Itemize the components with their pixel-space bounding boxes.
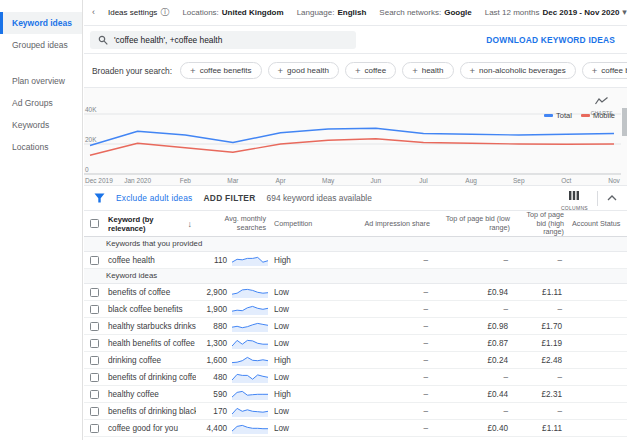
period-label: Last 12 months [485,8,540,17]
searches-value: 2,900 [207,288,228,297]
table-row-coffee-health[interactable]: coffee health110High––– [84,252,627,269]
exclude-adult-ideas-link[interactable]: Exclude adult ideas [116,193,192,203]
cell-competition: High [270,390,328,399]
search-query-text: 'coffee health', +coffee health [114,35,222,45]
row-checkbox[interactable] [90,356,99,365]
cell-ad-impression-share: – [328,322,434,331]
networks-setting[interactable]: Search networks: Google [379,8,471,17]
cell-keyword: health benefits of coffee [104,339,196,348]
sidebar-item-locations[interactable]: Locations [0,136,82,158]
row-checkbox[interactable] [90,373,99,382]
download-keyword-ideas-link[interactable]: DOWNLOAD KEYWORD IDEAS [486,35,615,45]
table-row-healthy-coffee[interactable]: healthy coffee590High–£0.44£2.31 [84,386,627,403]
select-all-checkbox[interactable] [90,219,99,228]
legend-item-total[interactable]: Total [544,111,572,120]
header-bid-high[interactable]: Top of page bid (high range) [514,211,568,237]
table-row-health-benefits-of-coffee[interactable]: health benefits of coffee1,300Low–£0.87£… [84,335,627,352]
sidebar-item-keywords[interactable]: Keywords [0,114,82,136]
sidebar-item-plan-overview[interactable]: Plan overview [0,70,82,92]
row-checkbox[interactable] [90,322,99,331]
ideas-settings[interactable]: Ideas settings ⓘ [108,8,169,17]
collapse-panel-icon[interactable]: ‹ [92,8,95,17]
broaden-chip-coffee[interactable]: +coffee [345,62,396,80]
cell-bid-low: £0.44 [434,390,514,399]
cell-bid-high: – [514,373,568,382]
cell-bid-low: – [434,373,514,382]
sparkline-chart [232,422,268,434]
broaden-chip-good-health[interactable]: +good health [268,62,339,80]
cell-bid-low: £0.94 [434,288,514,297]
cell-ad-impression-share: – [328,356,434,365]
x-axis-tick-label: Dec 2019 [85,177,113,184]
networks-label: Search networks: [379,8,441,17]
table-row-benefits-of-coffee[interactable]: benefits of coffee2,900Low–£0.94£1.11 [84,284,627,301]
date-range-picker[interactable]: Last 12 months Dec 2019 - Nov 2020 ▾ [485,8,627,17]
line-chart: 40K20K0Dec 2019Jan 2020FebMarAprMayJunJu… [84,88,627,185]
sidebar-item-ad-groups[interactable]: Ad Groups [0,92,82,114]
cell-ad-impression-share: – [328,424,434,433]
table-row-benefits-of-drinking-coffee[interactable]: benefits of drinking coffee480Low––– [84,369,627,386]
row-checkbox[interactable] [90,339,99,348]
legend-dash-icon [581,114,590,117]
sparkline-chart [232,303,268,315]
table-row-benefits-of-drinking-black[interactable]: benefits of drinking black ...170Low––– [84,403,627,420]
broaden-search-row: Broaden your search: +coffee benefits+go… [84,54,627,88]
x-axis-tick-label: Nov [608,177,620,184]
cell-keyword: healthy starbucks drinks [104,322,196,331]
language-setting[interactable]: Language: English [297,8,367,17]
row-checkbox[interactable] [90,390,99,399]
sidebar-item-keyword-ideas[interactable]: Keyword ideas [0,12,82,34]
row-checkbox[interactable] [90,424,99,433]
keyword-search-input[interactable]: 'coffee health', +coffee health [90,31,356,49]
filter-icon [94,193,105,203]
table-section-keywords-that-you-provided: Keywords that you provided [84,237,627,252]
searches-value: 170 [213,407,227,416]
header-keyword[interactable]: Keyword (by relevance) ↓ [104,215,196,233]
row-checkbox[interactable] [90,256,99,265]
sparkline-chart [232,337,268,349]
table-row-black-coffee-benefits[interactable]: black coffee benefits1,900Low––– [84,301,627,318]
table-row-coffee-good-for-you[interactable]: coffee good for you4,400Low–£0.40£1.11 [84,420,627,437]
header-ad-impression-share[interactable]: Ad impression share [328,220,434,229]
columns-button[interactable]: COLUMNS [561,186,588,211]
searches-value: 590 [213,390,227,399]
add-filter-button[interactable]: ADD FILTER [203,193,255,203]
legend-label: Total [556,111,572,120]
cell-avg-monthly-searches: 4,400 [196,422,270,434]
keyword-count-text: 694 keyword ideas available [267,193,372,203]
broaden-chip-coffee-benefits[interactable]: +coffee benefits [180,62,261,80]
broaden-chip-coffee-business[interactable]: +coffee business [582,62,627,80]
search-icon [98,35,108,45]
legend-item-mobile[interactable]: Mobile [581,111,615,120]
cell-bid-low: – [434,256,514,265]
header-competition[interactable]: Competition [270,220,328,229]
cell-competition: Low [270,339,328,348]
locations-setting[interactable]: Locations: United Kingdom [182,8,283,17]
checkbox-cell [84,305,104,314]
row-checkbox[interactable] [90,407,99,416]
broaden-chip-non-alcoholic-beverages[interactable]: +non-alcoholic beverages [460,62,576,80]
table-row-healthy-starbucks-drinks[interactable]: healthy starbucks drinks880Low–£0.98£1.7… [84,318,627,335]
cell-bid-low: – [434,305,514,314]
sidebar-item-grouped-ideas[interactable]: Grouped ideas [0,34,82,56]
vertical-scrollbar[interactable] [622,108,627,136]
chip-label: coffee benefits [200,66,252,75]
y-axis-tick-label: 20K [85,136,97,143]
header-bid-low[interactable]: Top of page bid (low range) [434,215,514,232]
table-row-drinking-coffee[interactable]: drinking coffee1,600High–£0.24£2.48 [84,352,627,369]
row-checkbox[interactable] [90,305,99,314]
cell-bid-high: £1.11 [514,424,568,433]
collapse-table-icon[interactable] [607,195,617,201]
cell-keyword: drinking coffee [104,356,196,365]
row-checkbox[interactable] [90,288,99,297]
broaden-chip-health[interactable]: +health [402,62,453,80]
columns-icon [568,191,580,200]
checkbox-cell [84,407,104,416]
sparkline-area [232,289,268,298]
header-account-status[interactable]: Account Status [568,220,627,229]
header-avg-monthly-searches[interactable]: Avg. monthly searches [196,215,270,232]
x-axis-tick-label: Mar [227,177,239,184]
charts-icon [595,97,608,105]
checkbox-cell [84,339,104,348]
cell-ad-impression-share: – [328,373,434,382]
